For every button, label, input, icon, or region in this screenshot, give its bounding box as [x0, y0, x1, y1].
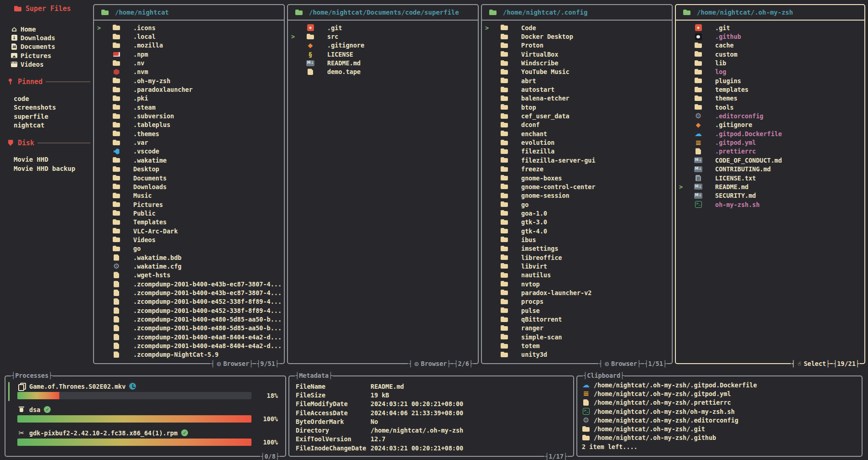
file-row[interactable]: .wget-hsts: [94, 271, 284, 280]
file-row[interactable]: .git: [288, 23, 478, 32]
file-row[interactable]: unity3d: [482, 350, 672, 359]
file-row[interactable]: .themes: [94, 129, 284, 138]
sidebar-item-home[interactable]: Home: [5, 25, 90, 33]
file-row[interactable]: .local: [94, 32, 284, 41]
file-row[interactable]: Public: [94, 209, 284, 217]
file-row[interactable]: VLC-Arc-Dark: [94, 227, 284, 235]
file-row[interactable]: templates: [676, 85, 864, 94]
file-row[interactable]: LICENSE.txt: [676, 174, 864, 182]
file-row[interactable]: Downloads: [94, 182, 284, 191]
file-row[interactable]: .zcompdump-2001-b400-e452-338f-8f89-4...: [94, 306, 284, 315]
file-row[interactable]: .editorconfig: [676, 111, 864, 120]
file-row[interactable]: tools: [676, 103, 864, 111]
file-row[interactable]: gnome-session: [482, 191, 672, 200]
file-row[interactable]: simple-scan: [482, 333, 672, 341]
file-row[interactable]: abrt: [482, 76, 672, 85]
file-row[interactable]: Pictures: [94, 200, 284, 209]
file-row[interactable]: Desktop: [94, 165, 284, 174]
file-row[interactable]: gtk-4.0: [482, 227, 672, 235]
file-row[interactable]: Windscribe: [482, 58, 672, 67]
file-row[interactable]: .steam: [94, 103, 284, 111]
file-row[interactable]: enchant: [482, 129, 672, 138]
file-row[interactable]: btop: [482, 103, 672, 111]
file-row[interactable]: pulse: [482, 306, 672, 315]
file-row[interactable]: Music: [94, 191, 284, 200]
file-row[interactable]: filezilla: [482, 147, 672, 156]
file-row[interactable]: filezilla-server-gui: [482, 156, 672, 164]
file-row[interactable]: .oh-my-zsh: [94, 76, 284, 85]
file-row[interactable]: gnome-control-center: [482, 182, 672, 191]
process-item[interactable]: dsa100%: [17, 405, 278, 423]
file-row[interactable]: libreoffice: [482, 253, 672, 262]
file-row[interactable]: gnome-boxes: [482, 174, 672, 182]
process-item[interactable]: gdk-pixbuf2-2.42.10-2.fc38.x86_64(1).rpm…: [17, 428, 278, 446]
file-row[interactable]: .zcompdump-2001-b400-e43b-ec87-3807-4...: [94, 280, 284, 288]
file-row[interactable]: .wakatime: [94, 156, 284, 164]
file-row[interactable]: .zcompdump-2001-b400-e452-338f-8f89-4...: [94, 297, 284, 306]
file-row[interactable]: nautilus: [482, 271, 672, 280]
file-row[interactable]: .tableplus: [94, 121, 284, 129]
file-row[interactable]: CONTRIBUTING.md: [676, 165, 864, 174]
sidebar-item-downloads[interactable]: Downloads: [5, 33, 90, 42]
file-row[interactable]: .zcompdump-2001-b400-e4a8-8404-e4a2-d...: [94, 333, 284, 341]
sidebar-item-pictures[interactable]: Pictures: [5, 51, 90, 60]
file-row[interactable]: dconf: [482, 121, 672, 129]
file-row[interactable]: .mozilla: [94, 41, 284, 50]
file-row[interactable]: .nv: [94, 58, 284, 67]
file-row[interactable]: .zcompdump-2001-b400-e480-5d85-aa50-b...: [94, 315, 284, 323]
file-row[interactable]: Proton: [482, 41, 672, 50]
file-row[interactable]: .git: [676, 23, 864, 32]
file-row[interactable]: .zcompdump-2001-b400-e43b-ec87-3807-4...: [94, 288, 284, 297]
file-row[interactable]: .paradoxlauncher: [94, 85, 284, 94]
file-row[interactable]: .subversion: [94, 111, 284, 120]
file-row[interactable]: .zcompdump-2001-b400-e4a8-8404-e4a2-d...: [94, 341, 284, 350]
file-row[interactable]: .zcompdump-2001-b400-e480-5d85-aa50-b...: [94, 324, 284, 333]
file-row[interactable]: go: [482, 200, 672, 209]
sidebar-item-videos[interactable]: Videos: [5, 60, 90, 69]
sidebar-pinned-item[interactable]: nightcat: [5, 121, 90, 129]
file-row[interactable]: README.md: [288, 58, 478, 67]
file-row[interactable]: lib: [676, 58, 864, 67]
file-row[interactable]: imsettings: [482, 244, 672, 253]
sidebar-pinned-item[interactable]: code: [5, 94, 90, 103]
file-row[interactable]: Documents: [94, 174, 284, 182]
file-row[interactable]: .vscode: [94, 147, 284, 156]
file-row[interactable]: libvirt: [482, 262, 672, 270]
file-row[interactable]: CODE_OF_CONDUCT.md: [676, 156, 864, 164]
sidebar-item-documents[interactable]: Documents: [5, 42, 90, 51]
file-row[interactable]: .nvm: [94, 68, 284, 76]
file-row[interactable]: gtk-3.0: [482, 218, 672, 227]
file-row[interactable]: qBittorrent: [482, 315, 672, 323]
file-row[interactable]: VirtualBox: [482, 50, 672, 58]
file-row[interactable]: .gitignore: [288, 41, 478, 50]
file-row[interactable]: totem: [482, 341, 672, 350]
file-row[interactable]: procps: [482, 297, 672, 306]
file-row[interactable]: goa-1.0: [482, 209, 672, 217]
sidebar-pinned-item[interactable]: Screenshots: [5, 103, 90, 112]
file-row[interactable]: log: [676, 68, 864, 76]
file-row[interactable]: cef_user_data: [482, 111, 672, 120]
file-row[interactable]: LICENSE: [288, 50, 478, 58]
file-row[interactable]: Templates: [94, 218, 284, 227]
file-row[interactable]: go: [94, 244, 284, 253]
file-row[interactable]: custom: [676, 50, 864, 58]
file-row[interactable]: ibus: [482, 235, 672, 244]
file-row[interactable]: paradox-launcher-v2: [482, 288, 672, 297]
file-row[interactable]: >Code: [482, 23, 672, 32]
file-row[interactable]: .var: [94, 138, 284, 147]
file-row[interactable]: autostart: [482, 85, 672, 94]
file-row[interactable]: .npm: [94, 50, 284, 58]
file-row[interactable]: .wakatime.bdb: [94, 253, 284, 262]
sidebar-disk-item[interactable]: Movie HHD: [5, 155, 90, 164]
file-row[interactable]: nvtop: [482, 280, 672, 288]
sidebar-pinned-item[interactable]: superfile: [5, 112, 90, 121]
file-row[interactable]: Videos: [94, 235, 284, 244]
file-row[interactable]: evolution: [482, 138, 672, 147]
file-row[interactable]: >src: [288, 32, 478, 41]
file-row[interactable]: YouTube Music: [482, 68, 672, 76]
file-row[interactable]: .wakatime.cfg: [94, 262, 284, 270]
file-row[interactable]: ranger: [482, 324, 672, 333]
file-row[interactable]: .gitignore: [676, 121, 864, 129]
file-row[interactable]: balena-etcher: [482, 94, 672, 103]
file-row[interactable]: freeze: [482, 165, 672, 174]
